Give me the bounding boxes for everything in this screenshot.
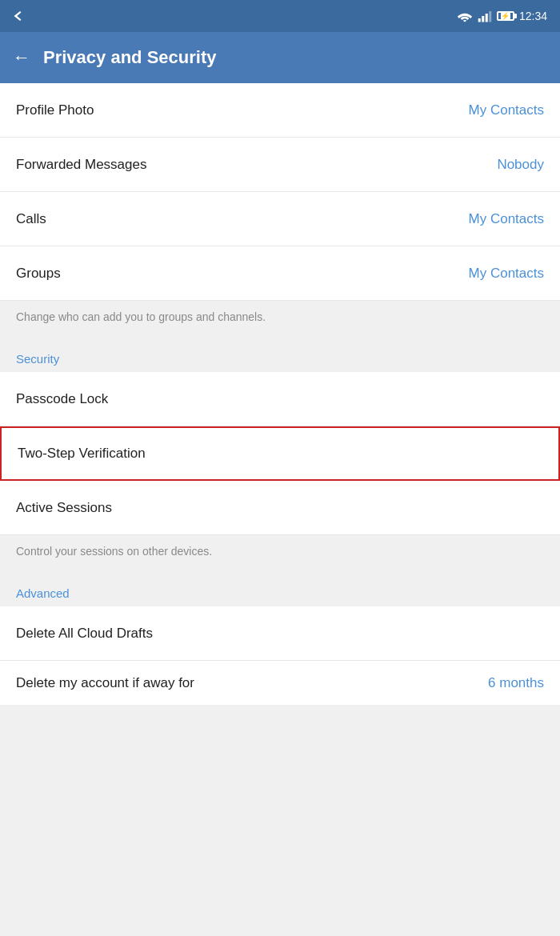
status-time: 12:34 xyxy=(519,10,547,22)
profile-photo-item[interactable]: Profile Photo My Contacts xyxy=(0,83,560,138)
battery-icon: ⚡ xyxy=(497,11,514,21)
delete-account-value: 6 months xyxy=(488,675,544,691)
delete-cloud-drafts-label: Delete All Cloud Drafts xyxy=(16,626,153,642)
active-sessions-description: Control your sessions on other devices. xyxy=(0,535,560,570)
forwarded-messages-label: Forwarded Messages xyxy=(16,157,146,173)
advanced-section: Advanced Delete All Cloud Drafts Delete … xyxy=(0,570,560,705)
forwarded-messages-item[interactable]: Forwarded Messages Nobody xyxy=(0,138,560,192)
status-bar-right: ⚡ 12:34 xyxy=(457,10,547,22)
groups-value: My Contacts xyxy=(469,266,544,282)
calls-item[interactable]: Calls My Contacts xyxy=(0,192,560,246)
groups-description: Change who can add you to groups and cha… xyxy=(0,301,560,336)
delete-cloud-drafts-item[interactable]: Delete All Cloud Drafts xyxy=(0,606,560,661)
delete-account-label: Delete my account if away for xyxy=(16,675,194,691)
groups-item[interactable]: Groups My Contacts xyxy=(0,246,560,301)
groups-label: Groups xyxy=(16,266,61,282)
page-title: Privacy and Security xyxy=(43,47,216,68)
privacy-section: Profile Photo My Contacts Forwarded Mess… xyxy=(0,83,560,336)
content: Profile Photo My Contacts Forwarded Mess… xyxy=(0,83,560,705)
svg-rect-3 xyxy=(489,11,491,22)
svg-rect-1 xyxy=(482,16,484,22)
signal-icon xyxy=(478,10,492,22)
delete-account-item[interactable]: Delete my account if away for 6 months xyxy=(0,661,560,705)
nav-arrow-icon xyxy=(13,9,27,23)
profile-photo-label: Profile Photo xyxy=(16,102,94,118)
advanced-header: Advanced xyxy=(0,570,560,606)
back-button[interactable]: ← xyxy=(13,47,30,68)
two-step-verification-label: Two-Step Verification xyxy=(18,446,146,462)
svg-rect-2 xyxy=(486,14,488,22)
status-bar-left xyxy=(13,9,27,23)
passcode-lock-label: Passcode Lock xyxy=(16,391,108,407)
forwarded-messages-value: Nobody xyxy=(497,157,544,173)
calls-value: My Contacts xyxy=(469,211,544,227)
app-bar: ← Privacy and Security xyxy=(0,32,560,83)
two-step-verification-item[interactable]: Two-Step Verification xyxy=(0,426,560,481)
profile-photo-value: My Contacts xyxy=(469,102,544,118)
passcode-lock-item[interactable]: Passcode Lock xyxy=(0,372,560,426)
svg-rect-0 xyxy=(478,18,481,22)
security-header: Security xyxy=(0,336,560,372)
status-bar: ⚡ 12:34 xyxy=(0,0,560,32)
calls-label: Calls xyxy=(16,211,46,227)
active-sessions-label: Active Sessions xyxy=(16,500,112,516)
wifi-icon xyxy=(457,10,473,22)
active-sessions-item[interactable]: Active Sessions xyxy=(0,481,560,535)
security-section: Security Passcode Lock Two-Step Verifica… xyxy=(0,336,560,570)
